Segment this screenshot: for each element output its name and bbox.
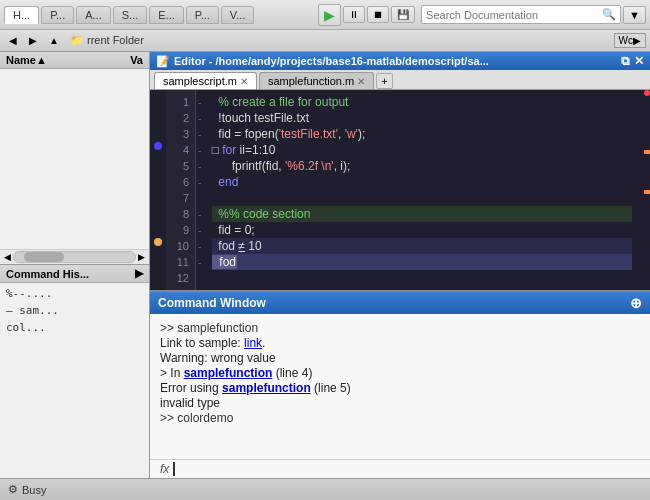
- line-num-3: 3: [172, 126, 189, 142]
- editor-tabs: samplescript.m ✕ samplefunction.m ✕ +: [150, 70, 650, 90]
- save-button[interactable]: 💾: [391, 6, 415, 23]
- tab-p[interactable]: P...: [41, 6, 74, 24]
- tab-samplefunction-label: samplefunction.m: [268, 75, 354, 87]
- editor-title: Editor - /home/andy/projects/base16-matl…: [174, 55, 617, 67]
- tab-v[interactable]: V...: [221, 6, 255, 24]
- code-line-1: % create a file for output: [212, 94, 632, 110]
- cmd-error-link-2[interactable]: samplefunction: [222, 381, 311, 395]
- main-layout: Name ▲ Va ◀ ▶ Command His... ▶: [0, 52, 650, 478]
- command-history-panel: Command His... ▶ %--.... — sam... col...: [0, 265, 149, 478]
- file-browser: Name ▲ Va ◀ ▶: [0, 52, 149, 265]
- cmd-history-item[interactable]: — sam...: [2, 302, 147, 319]
- editor-scrollbar-markers: [640, 90, 650, 290]
- search-box: 🔍: [421, 5, 621, 24]
- line-num-2: 2: [172, 110, 189, 126]
- back-button[interactable]: ◀: [4, 33, 22, 48]
- tab-a[interactable]: A...: [76, 6, 111, 24]
- cmd-line-1: >> samplefunction: [160, 321, 640, 335]
- scroll-left-arrow[interactable]: ◀: [2, 252, 13, 262]
- cmd-error-line-5: (line 5): [311, 381, 351, 395]
- folder-label: 📁 rrent Folder: [66, 34, 148, 47]
- scroll-thumb[interactable]: [24, 252, 64, 262]
- editor-dash-col: - - - - - - - - - -: [196, 90, 204, 290]
- tab-p2[interactable]: P...: [186, 6, 219, 24]
- tab-samplefunction[interactable]: samplefunction.m ✕: [259, 72, 374, 89]
- folder-icon: 📁: [70, 34, 84, 46]
- left-panel: Name ▲ Va ◀ ▶ Command His... ▶: [0, 52, 150, 478]
- file-browser-val-col: Va: [130, 54, 143, 66]
- search-icon: 🔍: [602, 8, 616, 21]
- cmd-history-item[interactable]: %--....: [2, 285, 147, 302]
- stop-button[interactable]: ⏹: [367, 6, 389, 23]
- filter-button[interactable]: ▼: [623, 6, 646, 24]
- main-toolbar: H... P... A... S... E... P... V... ▶ ⏸ ⏹…: [0, 0, 650, 30]
- cmd-line-5: Error using samplefunction (line 5): [160, 381, 640, 395]
- tab-e[interactable]: E...: [149, 6, 184, 24]
- cmd-line-3: Warning: wrong value: [160, 351, 640, 365]
- cmd-history-expand[interactable]: ▶: [135, 267, 143, 280]
- code-line-9: fid = 0;: [212, 222, 632, 238]
- toolbar-tabs: H... P... A... S... E... P... V...: [4, 6, 312, 24]
- editor-gutter: [150, 90, 166, 290]
- cmd-line-4: > In samplefunction (line 4): [160, 366, 640, 380]
- code-editor[interactable]: 1 2 3 4 5 6 7 8 9 10 11 12 - - -: [150, 90, 650, 290]
- line-numbers: 1 2 3 4 5 6 7 8 9 10 11 12: [166, 90, 196, 290]
- right-panel: 📝 Editor - /home/andy/projects/base16-ma…: [150, 52, 650, 478]
- cmd-line-6: invalid type: [160, 396, 640, 410]
- scroll-right-arrow[interactable]: ▶: [136, 252, 147, 262]
- line-num-1: 1: [172, 94, 189, 110]
- code-line-3: fid = fopen('testFile.txt', 'w');: [212, 126, 632, 142]
- cmd-link[interactable]: link: [244, 336, 262, 350]
- cmd-history-list: %--.... — sam... col...: [0, 283, 149, 478]
- code-content[interactable]: % create a file for output !touch testFi…: [204, 90, 640, 290]
- add-tab-button[interactable]: +: [376, 73, 392, 89]
- play-button[interactable]: ▶: [318, 4, 341, 26]
- code-line-8: %% code section: [212, 206, 632, 222]
- tab-h[interactable]: H...: [4, 6, 39, 24]
- horizontal-scrollbar[interactable]: ◀ ▶: [0, 249, 149, 264]
- command-window-titlebar: Command Window ⊕: [150, 292, 650, 314]
- file-list: [0, 69, 149, 249]
- cmd-link-dot: .: [262, 336, 265, 350]
- file-browser-title: Name: [6, 54, 36, 66]
- cmd-history-item[interactable]: col...: [2, 319, 147, 336]
- line-num-6: 6: [172, 174, 189, 190]
- gutter-9: [150, 218, 166, 234]
- cmd-link-prefix: Link to sample:: [160, 336, 244, 350]
- status-icon: ⚙: [8, 483, 18, 496]
- tab-samplefunction-close[interactable]: ✕: [357, 76, 365, 87]
- gutter-6: [150, 170, 166, 186]
- line-num-12: 12: [172, 270, 189, 286]
- tab-samplescript[interactable]: samplescript.m ✕: [154, 72, 257, 89]
- word-wrap-button[interactable]: Wc▶: [614, 33, 646, 48]
- up-button[interactable]: ▲: [44, 33, 64, 48]
- gutter-2: [150, 106, 166, 122]
- cmd-error-line-4: (line 4): [272, 366, 312, 380]
- search-input[interactable]: [426, 9, 602, 21]
- step-button[interactable]: ⏸: [343, 6, 365, 23]
- forward-button[interactable]: ▶: [24, 33, 42, 48]
- cmd-error-link-1[interactable]: samplefunction: [184, 366, 273, 380]
- editor-area: 📝 Editor - /home/andy/projects/base16-ma…: [150, 52, 650, 292]
- cmd-line-2: Link to sample: link.: [160, 336, 640, 350]
- gutter-12: [150, 266, 166, 282]
- code-line-12: [212, 270, 632, 286]
- status-text: Busy: [22, 484, 46, 496]
- command-window: Command Window ⊕ >> samplefunction Link …: [150, 292, 650, 478]
- line-num-7: 7: [172, 190, 189, 206]
- tab-s[interactable]: S...: [113, 6, 148, 24]
- tab-samplescript-label: samplescript.m: [163, 75, 237, 87]
- cmd-invalid-type: invalid type: [160, 396, 220, 410]
- command-window-title: Command Window: [158, 296, 266, 310]
- editor-undock-button[interactable]: ⧉: [621, 54, 630, 68]
- tab-samplescript-close[interactable]: ✕: [240, 76, 248, 87]
- line-num-5: 5: [172, 158, 189, 174]
- command-window-expand[interactable]: ⊕: [630, 295, 642, 311]
- line-num-10: 10: [172, 238, 189, 254]
- cmd-history-title: Command His...: [6, 268, 89, 280]
- cmd-history-header: Command His... ▶: [0, 265, 149, 283]
- gutter-10: [150, 234, 166, 250]
- scroll-track[interactable]: [13, 251, 136, 263]
- cmd-error-using: Error using: [160, 381, 222, 395]
- editor-close-button[interactable]: ✕: [634, 54, 644, 68]
